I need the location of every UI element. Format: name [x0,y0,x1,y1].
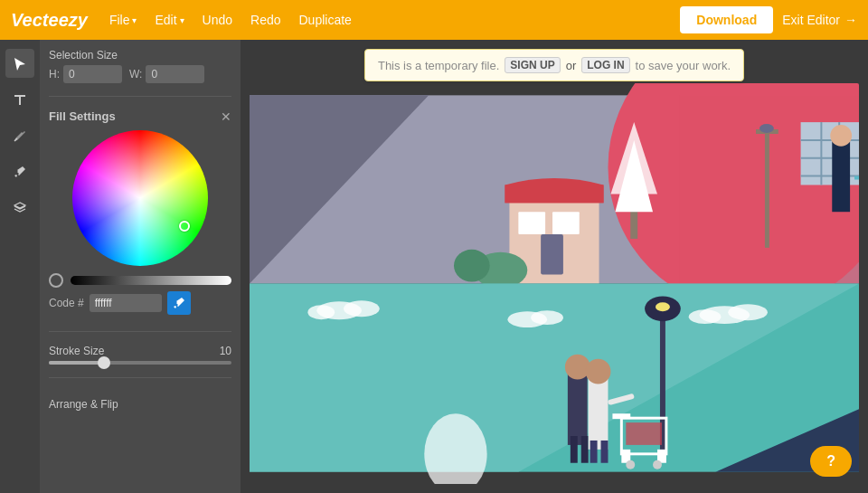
pen-tool[interactable] [5,121,34,150]
svg-rect-7 [541,234,563,275]
color-code-input[interactable] [90,294,162,312]
stroke-slider-track[interactable] [49,361,231,365]
color-wheel-container[interactable] [49,130,231,266]
selection-size-fields: H: W: [49,65,231,83]
svg-rect-26 [854,176,859,180]
layers-tool[interactable] [5,194,34,223]
color-wheel[interactable] [72,130,208,266]
svg-rect-43 [571,436,578,463]
temp-banner-text: This is a temporary file. [378,59,499,72]
svg-point-23 [454,250,490,282]
cursor-tool[interactable] [5,49,34,78]
selection-size-label: Selection Size [49,49,231,62]
svg-point-31 [344,300,380,317]
svg-rect-53 [612,413,630,419]
text-tool[interactable] [5,85,34,114]
svg-rect-24 [832,140,850,212]
banner-or-text: or [566,59,577,72]
arrange-flip-label: Arrange & Flip [49,398,231,411]
fill-settings-header: Fill Settings ✕ [49,109,231,123]
width-label: W: [129,68,142,81]
exit-arrow-icon: → [844,13,857,27]
svg-rect-47 [590,441,598,463]
fill-settings-section: Fill Settings ✕ Code # [49,109,231,318]
download-button[interactable]: Download [680,6,773,33]
stroke-slider-fill [49,361,104,365]
svg-point-25 [830,125,852,147]
svg-rect-8 [518,212,545,234]
eyedropper-button[interactable] [167,291,191,315]
help-button[interactable]: ? [810,446,852,477]
brightness-row [49,273,231,288]
exit-editor-button[interactable]: Exit Editor → [782,13,857,27]
stroke-size-section: Stroke Size 10 [49,345,231,365]
log-in-link[interactable]: LOG IN [581,57,629,73]
svg-line-0 [14,138,17,141]
temp-file-banner: This is a temporary file. SIGN UP or LOG… [364,49,744,81]
brightness-slider[interactable] [71,276,231,285]
color-picker-dot [179,221,190,232]
fill-settings-title: Fill Settings [49,109,116,123]
svg-point-36 [728,304,768,320]
nav-file[interactable]: File ▾ [102,9,145,31]
nav-redo[interactable]: Redo [243,9,288,31]
svg-point-34 [531,310,563,325]
svg-rect-13 [765,131,769,248]
left-panel: Selection Size H: W: Fill Settings ✕ [40,40,241,493]
svg-rect-44 [581,436,589,463]
nav-right: Download Exit Editor → [680,6,857,33]
stroke-slider-thumb[interactable] [98,356,110,369]
brightness-circle [49,273,63,288]
banner-save-text: to save your work. [636,59,731,72]
eyedropper-tool[interactable] [5,157,34,186]
svg-rect-9 [552,212,580,234]
svg-rect-41 [568,374,588,445]
stroke-row: Stroke Size 10 [49,345,231,357]
width-input[interactable] [146,65,204,83]
height-input[interactable] [63,65,122,83]
nav-duplicate[interactable]: Duplicate [292,9,359,31]
svg-point-15 [760,124,774,133]
svg-point-42 [565,355,590,380]
sign-up-link[interactable]: SIGN UP [505,57,560,73]
svg-rect-48 [601,441,609,463]
file-chevron-icon: ▾ [132,15,137,25]
canvas-image [250,83,859,484]
svg-rect-45 [589,378,609,450]
code-label: Code # [49,297,84,309]
stroke-size-value: 10 [220,345,231,357]
main-layout: Selection Size H: W: Fill Settings ✕ [0,40,868,493]
canvas-area: This is a temporary file. SIGN UP or LOG… [241,40,868,493]
top-nav: Vecteezy File ▾ Edit ▾ Undo Redo Duplica… [0,0,868,40]
height-label: H: [49,68,60,81]
nav-menu: File ▾ Edit ▾ Undo Redo Duplicate [102,9,680,31]
svg-rect-54 [626,422,662,445]
left-toolbar [0,40,40,493]
width-field: W: [129,65,204,83]
logo: Vecteezy [11,10,88,31]
selection-size-section: Selection Size H: W: [49,49,231,83]
help-icon: ? [826,453,835,469]
stroke-size-label: Stroke Size [49,345,104,357]
divider-3 [49,377,231,378]
canvas-content[interactable] [250,83,859,484]
svg-point-56 [653,460,662,469]
svg-point-40 [656,302,670,311]
divider-1 [49,96,231,97]
code-row: Code # [49,291,231,315]
edit-chevron-icon: ▾ [180,15,184,25]
nav-edit[interactable]: Edit ▾ [147,9,191,31]
fill-settings-close[interactable]: ✕ [221,110,231,123]
svg-point-55 [626,460,635,469]
height-field: H: [49,65,122,83]
svg-point-32 [307,305,335,319]
svg-point-46 [586,359,611,384]
svg-point-37 [689,309,722,324]
nav-undo[interactable]: Undo [195,9,240,31]
divider-2 [49,331,231,332]
